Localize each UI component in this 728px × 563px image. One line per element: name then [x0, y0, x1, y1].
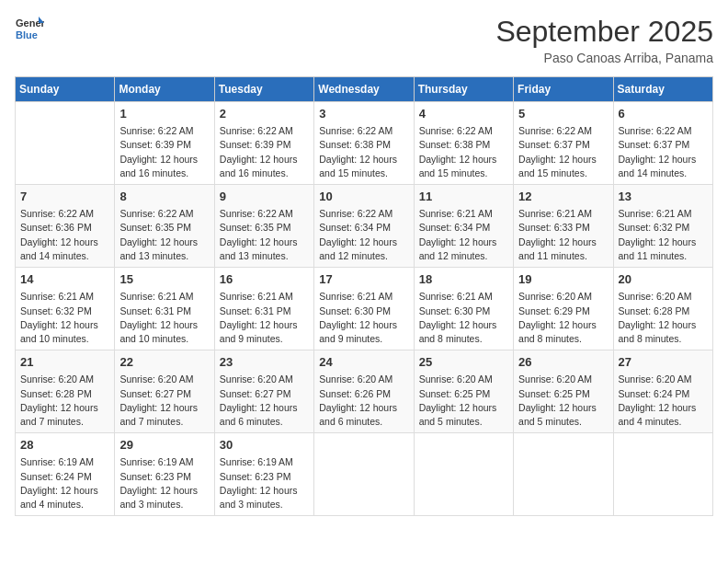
day-info: Sunrise: 6:19 AM Sunset: 6:23 PM Dayligh…: [119, 455, 209, 511]
calendar-header-row: SundayMondayTuesdayWednesdayThursdayFrid…: [16, 77, 713, 102]
month-title: September 2025: [495, 15, 713, 49]
day-info: Sunrise: 6:22 AM Sunset: 6:36 PM Dayligh…: [20, 207, 109, 263]
day-info: Sunrise: 6:22 AM Sunset: 6:35 PM Dayligh…: [119, 207, 209, 263]
calendar-cell: 29Sunrise: 6:19 AM Sunset: 6:23 PM Dayli…: [115, 433, 214, 516]
calendar-cell: 14Sunrise: 6:21 AM Sunset: 6:32 PM Dayli…: [16, 268, 115, 350]
day-info: Sunrise: 6:22 AM Sunset: 6:39 PM Dayligh…: [119, 124, 209, 180]
calendar-cell: 2Sunrise: 6:22 AM Sunset: 6:39 PM Daylig…: [214, 102, 313, 185]
day-number: 3: [319, 106, 408, 122]
day-number: 15: [119, 271, 209, 288]
day-number: 28: [20, 437, 109, 454]
day-info: Sunrise: 6:20 AM Sunset: 6:24 PM Dayligh…: [619, 373, 708, 429]
calendar-cell: 15Sunrise: 6:21 AM Sunset: 6:31 PM Dayli…: [115, 268, 214, 350]
calendar-cell: 7Sunrise: 6:22 AM Sunset: 6:36 PM Daylig…: [16, 185, 115, 268]
day-header-saturday: Saturday: [613, 77, 712, 102]
calendar-cell: [414, 433, 513, 516]
day-number: 23: [220, 354, 309, 371]
calendar-cell: [314, 433, 414, 516]
day-info: Sunrise: 6:21 AM Sunset: 6:31 PM Dayligh…: [119, 290, 209, 346]
day-info: Sunrise: 6:20 AM Sunset: 6:28 PM Dayligh…: [619, 290, 708, 346]
day-info: Sunrise: 6:20 AM Sunset: 6:29 PM Dayligh…: [518, 290, 608, 346]
day-info: Sunrise: 6:22 AM Sunset: 6:37 PM Dayligh…: [619, 124, 708, 180]
day-info: Sunrise: 6:22 AM Sunset: 6:35 PM Dayligh…: [220, 207, 309, 263]
calendar-cell: 11Sunrise: 6:21 AM Sunset: 6:34 PM Dayli…: [414, 185, 513, 268]
day-info: Sunrise: 6:22 AM Sunset: 6:38 PM Dayligh…: [419, 124, 508, 180]
day-info: Sunrise: 6:22 AM Sunset: 6:37 PM Dayligh…: [518, 124, 608, 180]
day-number: 17: [319, 271, 408, 288]
day-number: 25: [419, 354, 508, 371]
day-number: 16: [220, 271, 309, 288]
day-number: 6: [619, 106, 708, 122]
day-info: Sunrise: 6:20 AM Sunset: 6:25 PM Dayligh…: [419, 373, 508, 429]
calendar-week-3: 14Sunrise: 6:21 AM Sunset: 6:32 PM Dayli…: [16, 268, 713, 350]
calendar-body: 1Sunrise: 6:22 AM Sunset: 6:39 PM Daylig…: [16, 102, 713, 516]
calendar-cell: 3Sunrise: 6:22 AM Sunset: 6:38 PM Daylig…: [314, 102, 414, 185]
calendar-cell: 12Sunrise: 6:21 AM Sunset: 6:33 PM Dayli…: [514, 185, 613, 268]
day-info: Sunrise: 6:19 AM Sunset: 6:24 PM Dayligh…: [20, 455, 109, 511]
day-number: 5: [518, 106, 608, 122]
calendar-cell: 17Sunrise: 6:21 AM Sunset: 6:30 PM Dayli…: [314, 268, 414, 350]
day-info: Sunrise: 6:22 AM Sunset: 6:38 PM Dayligh…: [319, 124, 408, 180]
day-info: Sunrise: 6:20 AM Sunset: 6:26 PM Dayligh…: [319, 373, 408, 429]
calendar-cell: 10Sunrise: 6:22 AM Sunset: 6:34 PM Dayli…: [314, 185, 414, 268]
calendar-cell: [16, 102, 115, 185]
calendar-cell: 4Sunrise: 6:22 AM Sunset: 6:38 PM Daylig…: [414, 102, 513, 185]
day-header-tuesday: Tuesday: [214, 77, 313, 102]
calendar-cell: 13Sunrise: 6:21 AM Sunset: 6:32 PM Dayli…: [613, 185, 712, 268]
day-header-sunday: Sunday: [16, 77, 115, 102]
calendar-cell: 1Sunrise: 6:22 AM Sunset: 6:39 PM Daylig…: [115, 102, 214, 185]
title-block: September 2025 Paso Canoas Arriba, Panam…: [495, 15, 713, 65]
day-number: 22: [119, 354, 209, 371]
day-info: Sunrise: 6:20 AM Sunset: 6:25 PM Dayligh…: [518, 373, 608, 429]
day-number: 10: [319, 189, 408, 205]
day-number: 30: [220, 437, 309, 454]
logo: General Blue: [15, 15, 44, 44]
calendar-cell: 27Sunrise: 6:20 AM Sunset: 6:24 PM Dayli…: [613, 350, 712, 433]
day-number: 7: [20, 189, 109, 205]
day-info: Sunrise: 6:21 AM Sunset: 6:30 PM Dayligh…: [319, 290, 408, 346]
calendar-cell: 8Sunrise: 6:22 AM Sunset: 6:35 PM Daylig…: [115, 185, 214, 268]
day-info: Sunrise: 6:20 AM Sunset: 6:27 PM Dayligh…: [119, 373, 209, 429]
calendar-cell: 28Sunrise: 6:19 AM Sunset: 6:24 PM Dayli…: [16, 433, 115, 516]
calendar-cell: 24Sunrise: 6:20 AM Sunset: 6:26 PM Dayli…: [314, 350, 414, 433]
calendar-week-4: 21Sunrise: 6:20 AM Sunset: 6:28 PM Dayli…: [16, 350, 713, 433]
calendar-week-1: 1Sunrise: 6:22 AM Sunset: 6:39 PM Daylig…: [16, 102, 713, 185]
day-info: Sunrise: 6:20 AM Sunset: 6:28 PM Dayligh…: [20, 373, 109, 429]
day-info: Sunrise: 6:22 AM Sunset: 6:34 PM Dayligh…: [319, 207, 408, 263]
day-number: 18: [419, 271, 508, 288]
calendar-cell: 19Sunrise: 6:20 AM Sunset: 6:29 PM Dayli…: [514, 268, 613, 350]
day-info: Sunrise: 6:21 AM Sunset: 6:30 PM Dayligh…: [419, 290, 508, 346]
calendar-cell: 23Sunrise: 6:20 AM Sunset: 6:27 PM Dayli…: [214, 350, 313, 433]
calendar-cell: 5Sunrise: 6:22 AM Sunset: 6:37 PM Daylig…: [514, 102, 613, 185]
day-number: 14: [20, 271, 109, 288]
day-info: Sunrise: 6:21 AM Sunset: 6:32 PM Dayligh…: [20, 290, 109, 346]
day-info: Sunrise: 6:21 AM Sunset: 6:31 PM Dayligh…: [220, 290, 309, 346]
calendar-cell: 18Sunrise: 6:21 AM Sunset: 6:30 PM Dayli…: [414, 268, 513, 350]
day-number: 12: [518, 189, 608, 205]
day-number: 1: [119, 106, 209, 122]
day-header-wednesday: Wednesday: [314, 77, 414, 102]
day-number: 2: [220, 106, 309, 122]
calendar-cell: 6Sunrise: 6:22 AM Sunset: 6:37 PM Daylig…: [613, 102, 712, 185]
day-number: 19: [518, 271, 608, 288]
day-number: 11: [419, 189, 508, 205]
day-number: 4: [419, 106, 508, 122]
calendar-cell: 9Sunrise: 6:22 AM Sunset: 6:35 PM Daylig…: [214, 185, 313, 268]
day-number: 27: [619, 354, 708, 371]
location: Paso Canoas Arriba, Panama: [495, 51, 713, 65]
calendar-week-2: 7Sunrise: 6:22 AM Sunset: 6:36 PM Daylig…: [16, 185, 713, 268]
day-number: 24: [319, 354, 408, 371]
calendar-cell: 16Sunrise: 6:21 AM Sunset: 6:31 PM Dayli…: [214, 268, 313, 350]
svg-text:Blue: Blue: [16, 29, 38, 40]
day-header-thursday: Thursday: [414, 77, 513, 102]
calendar-cell: 20Sunrise: 6:20 AM Sunset: 6:28 PM Dayli…: [613, 268, 712, 350]
calendar-cell: 25Sunrise: 6:20 AM Sunset: 6:25 PM Dayli…: [414, 350, 513, 433]
calendar-cell: 26Sunrise: 6:20 AM Sunset: 6:25 PM Dayli…: [514, 350, 613, 433]
day-info: Sunrise: 6:22 AM Sunset: 6:39 PM Dayligh…: [220, 124, 309, 180]
day-number: 20: [619, 271, 708, 288]
day-number: 26: [518, 354, 608, 371]
day-number: 13: [619, 189, 708, 205]
day-info: Sunrise: 6:20 AM Sunset: 6:27 PM Dayligh…: [220, 373, 309, 429]
calendar-week-5: 28Sunrise: 6:19 AM Sunset: 6:24 PM Dayli…: [16, 433, 713, 516]
day-info: Sunrise: 6:21 AM Sunset: 6:32 PM Dayligh…: [619, 207, 708, 263]
